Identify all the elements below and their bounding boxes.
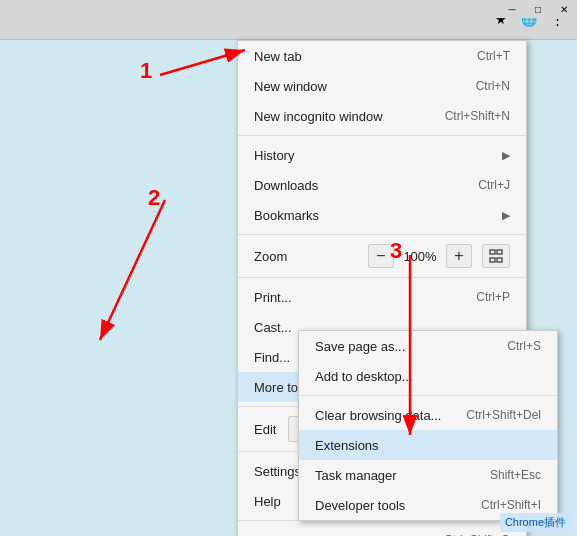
more-tools-submenu: Save page as... Ctrl+S Add to desktop...… bbox=[298, 330, 558, 521]
zoom-value: 100% bbox=[400, 249, 440, 264]
submenu-shortcut-dev-tools: Ctrl+Shift+I bbox=[481, 498, 541, 512]
arrow-icon-bookmarks: ▶ bbox=[502, 209, 510, 222]
zoom-fullscreen-button[interactable] bbox=[482, 244, 510, 268]
submenu-label-clear-data: Clear browsing data... bbox=[315, 408, 466, 423]
menu-item-incognito[interactable]: New incognito window Ctrl+Shift+N bbox=[238, 101, 526, 131]
watermark: Chrome插件 bbox=[500, 513, 571, 532]
browser-toolbar: ─ □ ✕ ★ 🌐 ⋮ bbox=[0, 0, 577, 40]
zoom-minus-button[interactable]: − bbox=[368, 244, 394, 268]
zoom-plus-button[interactable]: + bbox=[446, 244, 472, 268]
close-button[interactable]: ✕ bbox=[551, 0, 577, 18]
divider-3 bbox=[238, 277, 526, 278]
maximize-button[interactable]: □ bbox=[525, 0, 551, 18]
submenu-item-add-desktop[interactable]: Add to desktop... bbox=[299, 361, 557, 391]
svg-rect-3 bbox=[497, 258, 502, 262]
submenu-shortcut-save-page: Ctrl+S bbox=[507, 339, 541, 353]
menu-shortcut-new-window: Ctrl+N bbox=[476, 79, 510, 93]
menu-label-incognito: New incognito window bbox=[254, 109, 445, 124]
menu-item-bookmarks[interactable]: Bookmarks ▶ bbox=[238, 200, 526, 230]
svg-rect-0 bbox=[490, 250, 495, 254]
submenu-label-add-desktop: Add to desktop... bbox=[315, 369, 541, 384]
menu-label-new-tab: New tab bbox=[254, 49, 477, 64]
submenu-label-dev-tools: Developer tools bbox=[315, 498, 481, 513]
submenu-item-clear-data[interactable]: Clear browsing data... Ctrl+Shift+Del bbox=[299, 400, 557, 430]
annotation-1: 1 bbox=[140, 58, 152, 84]
menu-shortcut-print: Ctrl+P bbox=[476, 290, 510, 304]
submenu-item-extensions[interactable]: Extensions bbox=[299, 430, 557, 460]
annotation-2: 2 bbox=[148, 185, 160, 211]
menu-item-history[interactable]: History ▶ bbox=[238, 140, 526, 170]
window-controls: ─ □ ✕ bbox=[499, 0, 577, 18]
divider-1 bbox=[238, 135, 526, 136]
submenu-label-save-page: Save page as... bbox=[315, 339, 507, 354]
arrow-icon-history: ▶ bbox=[502, 149, 510, 162]
menu-item-exit[interactable]: Exit Ctrl+Shift+Q bbox=[238, 525, 526, 536]
zoom-label: Zoom bbox=[254, 249, 362, 264]
minimize-button[interactable]: ─ bbox=[499, 0, 525, 18]
menu-item-new-window[interactable]: New window Ctrl+N bbox=[238, 71, 526, 101]
menu-label-exit: Exit bbox=[254, 533, 444, 537]
submenu-label-task-manager: Task manager bbox=[315, 468, 490, 483]
menu-item-print[interactable]: Print... Ctrl+P bbox=[238, 282, 526, 312]
svg-line-5 bbox=[160, 50, 245, 75]
svg-rect-2 bbox=[490, 258, 495, 262]
submenu-divider-1 bbox=[299, 395, 557, 396]
svg-rect-1 bbox=[497, 250, 502, 254]
svg-line-6 bbox=[100, 200, 165, 340]
submenu-shortcut-clear-data: Ctrl+Shift+Del bbox=[466, 408, 541, 422]
submenu-shortcut-task-manager: Shift+Esc bbox=[490, 468, 541, 482]
submenu-label-extensions: Extensions bbox=[315, 438, 541, 453]
submenu-item-task-manager[interactable]: Task manager Shift+Esc bbox=[299, 460, 557, 490]
menu-shortcut-incognito: Ctrl+Shift+N bbox=[445, 109, 510, 123]
menu-label-print: Print... bbox=[254, 290, 476, 305]
menu-label-downloads: Downloads bbox=[254, 178, 478, 193]
menu-label-bookmarks: Bookmarks bbox=[254, 208, 494, 223]
submenu-item-save-page[interactable]: Save page as... Ctrl+S bbox=[299, 331, 557, 361]
zoom-control-row: Zoom − 100% + bbox=[238, 239, 526, 273]
menu-label-history: History bbox=[254, 148, 494, 163]
menu-shortcut-downloads: Ctrl+J bbox=[478, 178, 510, 192]
edit-label: Edit bbox=[254, 422, 284, 437]
menu-item-downloads[interactable]: Downloads Ctrl+J bbox=[238, 170, 526, 200]
divider-2 bbox=[238, 234, 526, 235]
menu-label-new-window: New window bbox=[254, 79, 476, 94]
menu-shortcut-new-tab: Ctrl+T bbox=[477, 49, 510, 63]
menu-item-new-tab[interactable]: New tab Ctrl+T bbox=[238, 41, 526, 71]
